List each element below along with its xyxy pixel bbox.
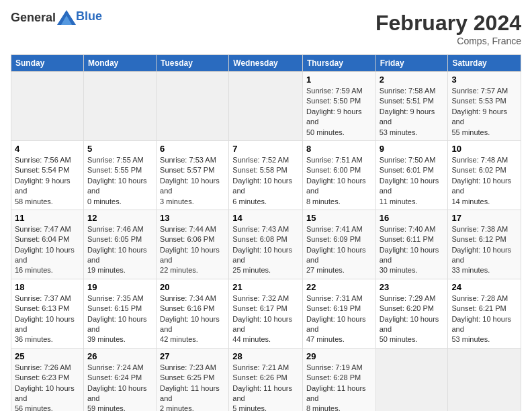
day-info: Sunrise: 7:28 AMSunset: 6:21 PMDaylight:… [451,293,517,345]
day-number: 21 [232,282,299,292]
calendar-cell: 7Sunrise: 7:52 AMSunset: 5:58 PMDaylight… [229,140,303,210]
day-number: 28 [232,351,299,361]
calendar-cell: 8Sunrise: 7:51 AMSunset: 6:00 PMDaylight… [302,140,375,210]
calendar-cell: 12Sunrise: 7:46 AMSunset: 6:05 PMDayligh… [83,210,156,279]
day-number: 5 [87,144,152,154]
calendar-week-4: 18Sunrise: 7:37 AMSunset: 6:13 PMDayligh… [11,279,521,348]
day-info: Sunrise: 7:21 AMSunset: 6:26 PMDaylight:… [232,363,299,411]
day-info: Sunrise: 7:50 AMSunset: 6:01 PMDaylight:… [380,155,445,207]
col-header-thursday: Thursday [302,55,375,72]
calendar-cell: 28Sunrise: 7:21 AMSunset: 6:26 PMDayligh… [229,348,303,411]
col-header-saturday: Saturday [448,55,521,72]
calendar-week-2: 4Sunrise: 7:56 AMSunset: 5:54 PMDaylight… [11,140,521,210]
calendar-cell [11,72,84,141]
logo-general: General [11,11,56,25]
day-number: 25 [15,351,80,361]
day-number: 17 [451,213,517,223]
day-number: 1 [306,75,372,85]
page-subtitle: Comps, France [375,36,521,46]
day-info: Sunrise: 7:47 AMSunset: 6:04 PMDaylight:… [15,224,80,276]
day-info: Sunrise: 7:31 AMSunset: 6:19 PMDaylight:… [306,293,372,345]
day-number: 18 [15,282,80,292]
day-info: Sunrise: 7:46 AMSunset: 6:05 PMDaylight:… [87,224,152,276]
calendar-cell: 15Sunrise: 7:41 AMSunset: 6:09 PMDayligh… [302,210,375,279]
calendar-cell: 19Sunrise: 7:35 AMSunset: 6:15 PMDayligh… [83,279,156,348]
day-number: 10 [451,144,517,154]
calendar-cell: 6Sunrise: 7:53 AMSunset: 5:57 PMDaylight… [157,140,229,210]
day-number: 27 [160,351,225,361]
day-number: 3 [451,75,517,85]
calendar-cell: 27Sunrise: 7:23 AMSunset: 6:25 PMDayligh… [157,348,229,411]
calendar-cell [157,72,229,141]
calendar-cell: 18Sunrise: 7:37 AMSunset: 6:13 PMDayligh… [11,279,84,348]
calendar-cell: 11Sunrise: 7:47 AMSunset: 6:04 PMDayligh… [11,210,84,279]
day-number: 24 [451,282,517,292]
day-info: Sunrise: 7:19 AMSunset: 6:28 PMDaylight:… [306,363,372,411]
calendar-week-5: 25Sunrise: 7:26 AMSunset: 6:23 PMDayligh… [11,348,521,411]
day-number: 22 [306,282,372,292]
calendar-cell: 23Sunrise: 7:29 AMSunset: 6:20 PMDayligh… [375,279,448,348]
day-number: 8 [306,144,372,154]
page-title: February 2024 [375,11,521,36]
calendar-cell: 26Sunrise: 7:24 AMSunset: 6:24 PMDayligh… [83,348,156,411]
calendar-cell: 1Sunrise: 7:59 AMSunset: 5:50 PMDaylight… [302,72,375,141]
day-number: 26 [87,351,152,361]
col-header-tuesday: Tuesday [157,55,229,72]
calendar-cell: 22Sunrise: 7:31 AMSunset: 6:19 PMDayligh… [302,279,375,348]
calendar-cell: 9Sunrise: 7:50 AMSunset: 6:01 PMDaylight… [375,140,448,210]
day-info: Sunrise: 7:38 AMSunset: 6:12 PMDaylight:… [451,224,517,276]
day-number: 16 [380,213,445,223]
calendar-cell [375,348,448,411]
col-header-monday: Monday [83,55,156,72]
logo-icon [57,10,76,25]
col-header-friday: Friday [375,55,448,72]
day-number: 14 [232,213,299,223]
day-number: 15 [306,213,372,223]
page-header: General Blue February 2024 Comps, France [11,11,521,46]
day-info: Sunrise: 7:40 AMSunset: 6:11 PMDaylight:… [380,224,445,276]
calendar-cell: 3Sunrise: 7:57 AMSunset: 5:53 PMDaylight… [448,72,521,141]
day-number: 4 [15,144,80,154]
calendar-header-row: SundayMondayTuesdayWednesdayThursdayFrid… [11,55,521,72]
day-info: Sunrise: 7:37 AMSunset: 6:13 PMDaylight:… [15,293,80,345]
day-info: Sunrise: 7:58 AMSunset: 5:51 PMDaylight:… [380,86,445,138]
day-info: Sunrise: 7:48 AMSunset: 6:02 PMDaylight:… [451,155,517,207]
day-info: Sunrise: 7:35 AMSunset: 6:15 PMDaylight:… [87,293,152,345]
day-number: 20 [160,282,225,292]
day-info: Sunrise: 7:32 AMSunset: 6:17 PMDaylight:… [232,293,299,345]
day-number: 23 [380,282,445,292]
calendar-cell: 21Sunrise: 7:32 AMSunset: 6:17 PMDayligh… [229,279,303,348]
col-header-wednesday: Wednesday [229,55,303,72]
calendar-cell: 14Sunrise: 7:43 AMSunset: 6:08 PMDayligh… [229,210,303,279]
day-info: Sunrise: 7:44 AMSunset: 6:06 PMDaylight:… [160,224,225,276]
day-number: 19 [87,282,152,292]
day-number: 2 [380,75,445,85]
day-number: 7 [232,144,299,154]
col-header-sunday: Sunday [11,55,84,72]
title-block: February 2024 Comps, France [375,11,521,46]
calendar-cell: 13Sunrise: 7:44 AMSunset: 6:06 PMDayligh… [157,210,229,279]
day-info: Sunrise: 7:43 AMSunset: 6:08 PMDaylight:… [232,224,299,276]
calendar-week-3: 11Sunrise: 7:47 AMSunset: 6:04 PMDayligh… [11,210,521,279]
day-number: 6 [160,144,225,154]
calendar-cell: 2Sunrise: 7:58 AMSunset: 5:51 PMDaylight… [375,72,448,141]
day-info: Sunrise: 7:56 AMSunset: 5:54 PMDaylight:… [15,155,80,207]
day-number: 11 [15,213,80,223]
day-number: 29 [306,351,372,361]
day-info: Sunrise: 7:53 AMSunset: 5:57 PMDaylight:… [160,155,225,207]
day-info: Sunrise: 7:59 AMSunset: 5:50 PMDaylight:… [306,86,372,138]
calendar-cell: 10Sunrise: 7:48 AMSunset: 6:02 PMDayligh… [448,140,521,210]
day-info: Sunrise: 7:23 AMSunset: 6:25 PMDaylight:… [160,363,225,411]
calendar-cell [229,72,303,141]
logo: General Blue [11,11,102,25]
calendar-cell: 29Sunrise: 7:19 AMSunset: 6:28 PMDayligh… [302,348,375,411]
calendar-cell: 4Sunrise: 7:56 AMSunset: 5:54 PMDaylight… [11,140,84,210]
day-info: Sunrise: 7:26 AMSunset: 6:23 PMDaylight:… [15,363,80,411]
day-number: 9 [380,144,445,154]
calendar-cell: 25Sunrise: 7:26 AMSunset: 6:23 PMDayligh… [11,348,84,411]
day-info: Sunrise: 7:34 AMSunset: 6:16 PMDaylight:… [160,293,225,345]
logo-blue: Blue [76,9,102,24]
day-number: 12 [87,213,152,223]
day-info: Sunrise: 7:29 AMSunset: 6:20 PMDaylight:… [380,293,445,345]
calendar-table: SundayMondayTuesdayWednesdayThursdayFrid… [11,54,521,411]
